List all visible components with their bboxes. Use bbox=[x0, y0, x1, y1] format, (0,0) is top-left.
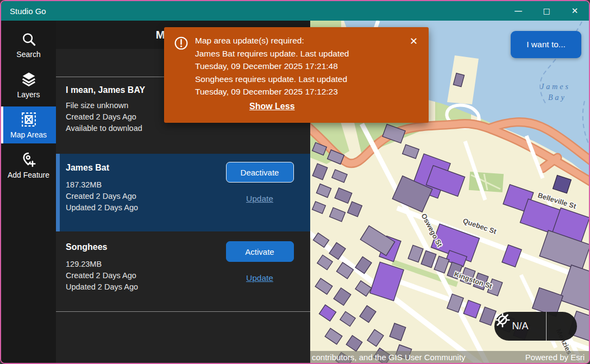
activate-button[interactable]: Activate bbox=[226, 241, 294, 262]
show-less-link[interactable]: Show Less bbox=[249, 102, 295, 111]
water-label-bay: Bay bbox=[548, 93, 567, 102]
toast-message: Map area update(s) required: James Bat r… bbox=[195, 34, 349, 112]
window-title: Studio Go bbox=[10, 7, 46, 16]
search-icon bbox=[21, 31, 37, 47]
update-link-songhees[interactable]: Update bbox=[246, 273, 273, 283]
sidebar-item-layers[interactable]: Layers bbox=[1, 66, 56, 103]
area-size: 187.32MB bbox=[66, 179, 217, 191]
area-created: Created 2 Days Ago bbox=[66, 191, 217, 202]
attribution-text: contributors, and the GIS User Community bbox=[312, 353, 466, 362]
update-notification-toast: Map area update(s) required: James Bat r… bbox=[164, 27, 429, 123]
sidebar-item-search[interactable]: Search bbox=[1, 26, 56, 63]
i-want-to-button[interactable]: I want to... bbox=[511, 31, 581, 58]
sidebar: Search Layers Map Areas Add Feature bbox=[1, 21, 56, 363]
sidebar-label-add-feature: Add Feature bbox=[8, 171, 49, 179]
water-label-james: James bbox=[541, 83, 570, 91]
layers-icon bbox=[21, 71, 37, 87]
list-item-james-bat[interactable]: James Bat 187.32MB Created 2 Days Ago Up… bbox=[56, 154, 310, 231]
sidebar-item-add-feature[interactable]: Add Feature bbox=[1, 147, 56, 184]
divider bbox=[56, 311, 310, 312]
map-areas-icon bbox=[21, 111, 37, 128]
list-item-songhees[interactable]: Songhees 129.23MB Created 2 Days Ago Upd… bbox=[56, 233, 310, 311]
window-controls: — □ ✕ bbox=[504, 1, 589, 21]
toast-line: James Bat requires update. Last updated bbox=[195, 47, 349, 60]
sidebar-item-map-areas[interactable]: Map Areas bbox=[1, 106, 56, 143]
area-updated: Updated 2 Days Ago bbox=[66, 281, 217, 293]
alert-icon bbox=[174, 36, 189, 112]
close-button[interactable]: ✕ bbox=[561, 1, 589, 21]
area-updated: Updated 2 Days Ago bbox=[66, 202, 217, 214]
area-info: James Bat 187.32MB Created 2 Days Ago Up… bbox=[66, 162, 217, 225]
toast-close-button[interactable]: ✕ bbox=[410, 35, 418, 47]
area-title: James Bat bbox=[66, 163, 217, 173]
toast-line: Songhees requires update. Last updated bbox=[195, 73, 349, 86]
area-created: Created 2 Days Ago bbox=[66, 270, 217, 281]
maximize-button[interactable]: □ bbox=[532, 1, 561, 21]
area-info: Songhees 129.23MB Created 2 Days Ago Upd… bbox=[66, 241, 217, 304]
gps-toggle-button[interactable] bbox=[547, 312, 577, 341]
title-bar[interactable]: Studio Go — □ ✕ bbox=[1, 1, 589, 21]
area-size: 129.23MB bbox=[66, 259, 217, 270]
gps-status-pill: N/A bbox=[494, 312, 577, 341]
sidebar-label-search: Search bbox=[16, 50, 40, 59]
toast-line: Tuesday, 09 December 2025 17:21:48 bbox=[195, 60, 349, 73]
deactivate-button[interactable]: Deactivate bbox=[226, 162, 294, 183]
sidebar-label-map-areas: Map Areas bbox=[10, 130, 47, 139]
map-attribution-bar: contributors, and the GIS User Community… bbox=[310, 351, 589, 363]
minimize-button[interactable]: — bbox=[504, 1, 532, 21]
update-link-james-bat[interactable]: Update bbox=[246, 194, 273, 204]
add-feature-icon bbox=[21, 152, 37, 168]
area-title: Songhees bbox=[66, 242, 217, 252]
sidebar-label-layers: Layers bbox=[17, 90, 40, 99]
app-window: Studio Go — □ ✕ Search Layers bbox=[0, 0, 590, 364]
toast-line: Tuesday, 09 December 2025 17:12:23 bbox=[195, 85, 349, 98]
powered-by-esri: Powered by Esri bbox=[525, 353, 585, 362]
toast-line: Map area update(s) required: bbox=[195, 34, 349, 47]
available-item-status: Available to download bbox=[66, 123, 300, 134]
